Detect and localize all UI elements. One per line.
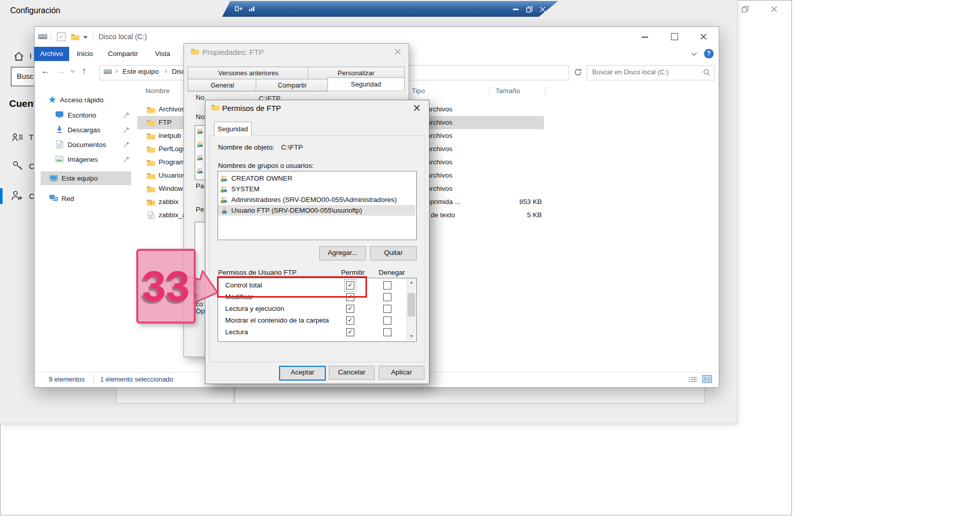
toolbar-restore-button[interactable] (526, 6, 533, 13)
settings-nav-home-label[interactable]: I (29, 51, 32, 60)
properties-dialog-title: Propiedades: FTP (202, 48, 264, 56)
sidebar-item-imagenes[interactable]: Imágenes (41, 154, 132, 166)
search-input[interactable] (591, 68, 700, 76)
deny-checkbox-lectura[interactable] (383, 328, 391, 336)
sidebar-item-escritorio[interactable]: Escritorio (41, 109, 132, 122)
scrollbar-thumb[interactable] (408, 293, 415, 316)
column-separator[interactable] (545, 85, 545, 97)
apply-button[interactable]: Aplicar (379, 366, 424, 380)
file-size-cell[interactable]: 853 KB (508, 198, 542, 206)
deny-checkbox-mostrar-contenido[interactable] (383, 316, 391, 325)
details-view-icon[interactable] (688, 376, 697, 383)
explorer-close-button[interactable] (696, 31, 710, 43)
group-name: CREATOR OWNER (231, 175, 292, 182)
search-box[interactable] (587, 65, 715, 80)
settings-search-value: Busc (17, 72, 34, 80)
ribbon-tab-compartir[interactable]: Compartir (100, 47, 146, 61)
settings-title: Configuración (10, 6, 60, 15)
home-icon[interactable] (13, 50, 24, 62)
allow-checkbox-lectura-ejecucion[interactable]: ✓ (346, 305, 354, 313)
column-header-nombre[interactable]: Nombre (145, 87, 170, 95)
group-name: SYSTEM (231, 185, 260, 193)
file-name: Window (159, 185, 183, 192)
list-item[interactable]: CREATOR OWNER (218, 173, 415, 184)
caret-down-icon[interactable] (83, 36, 87, 39)
forward-button[interactable]: → (56, 66, 65, 76)
sidebar-item-label: Imágenes (68, 156, 98, 163)
sidebar-item-este-equipo[interactable]: Este equipo (41, 171, 131, 185)
deny-checkbox-modificar[interactable] (383, 293, 391, 301)
file-size-cell[interactable]: 5 KB (508, 211, 542, 219)
ribbon-tab-vista[interactable]: Vista (147, 47, 178, 61)
column-header-tamano[interactable]: Tamaño (496, 87, 520, 95)
checkmark-icon[interactable]: ✓ (57, 33, 66, 41)
tab-seguridad[interactable]: Seguridad (327, 77, 405, 91)
text-file-icon (147, 211, 155, 219)
close-icon[interactable] (413, 104, 420, 111)
tab-general[interactable]: General (188, 79, 257, 92)
add-button[interactable]: Agregar... (319, 246, 366, 260)
signal-bars-icon (249, 6, 256, 12)
sidebar-item-descargas[interactable]: Descargas (41, 124, 132, 136)
outer-restore-button[interactable] (742, 6, 753, 16)
key-icon[interactable] (12, 160, 23, 171)
object-name-value: C:\FTP (281, 143, 303, 151)
sidebar-item-acceso-rapido[interactable]: Acceso rápido (41, 94, 132, 106)
toolbar-minimize-button[interactable] (513, 9, 518, 10)
toolbar-close-button[interactable] (539, 6, 546, 13)
help-icon[interactable]: ? (704, 49, 714, 59)
deny-checkbox-control-total[interactable] (383, 281, 391, 289)
user-card-icon[interactable] (12, 132, 23, 142)
folder-icon[interactable] (71, 33, 80, 41)
settings-nav-item-label[interactable]: T (29, 133, 34, 141)
user-plus-icon[interactable] (11, 190, 23, 201)
close-icon[interactable] (394, 48, 401, 55)
allow-checkbox-mostrar-contenido[interactable]: ✓ (346, 316, 354, 325)
properties-title-bar[interactable]: Propiedades: FTP (184, 44, 408, 59)
recent-locations-icon[interactable] (70, 70, 75, 73)
outer-close-button[interactable] (771, 6, 782, 16)
explorer-maximize-button[interactable] (667, 31, 681, 43)
scrollbar[interactable]: ▲ ▼ (407, 278, 416, 340)
search-icon[interactable] (703, 69, 711, 76)
tab-seguridad-permisos[interactable]: Seguridad (214, 122, 252, 136)
folder-icon (146, 119, 156, 127)
remove-button[interactable]: Quitar (370, 246, 417, 260)
scroll-down-icon[interactable]: ▼ (407, 332, 416, 340)
permissions-title-bar[interactable]: Permisos de FTP (205, 100, 428, 115)
breadcrumb-item[interactable]: Este equipo (122, 68, 159, 75)
ribbon-tab-inicio[interactable]: Inicio (71, 47, 99, 61)
group-name: Usuario FTP (SRV-DEMO00-055\usurioftp) (231, 207, 362, 214)
user-icon (221, 206, 228, 214)
group-icon (197, 154, 203, 161)
scroll-up-icon[interactable]: ▲ (407, 278, 416, 286)
settings-selected-indicator (0, 188, 3, 204)
remote-toolbar (222, 1, 558, 17)
column-separator[interactable] (489, 85, 489, 97)
thumbnails-view-icon[interactable] (702, 375, 712, 383)
dock-icon[interactable] (235, 5, 243, 12)
status-selection-count: 1 elemento seleccionado (100, 375, 173, 383)
folder-icon (146, 172, 156, 180)
explorer-minimize-button[interactable] (638, 31, 651, 43)
list-item-selected[interactable]: Usuario FTP (SRV-DEMO00-055\usurioftp) (218, 205, 415, 216)
refresh-icon[interactable] (574, 68, 582, 76)
deny-checkbox-lectura-ejecucion[interactable] (383, 305, 391, 313)
allow-checkbox-lectura[interactable]: ✓ (346, 328, 354, 336)
file-name: inetpub (159, 132, 181, 139)
back-button[interactable]: ← (41, 66, 50, 76)
tab-compartir[interactable]: Compartir (256, 79, 329, 92)
tab-versiones-anteriores[interactable]: Versiones anteriores (188, 67, 309, 79)
cancel-button[interactable]: Cancelar (329, 366, 375, 380)
ribbon-expand-icon[interactable] (691, 52, 697, 56)
sidebar-item-red[interactable]: Red (41, 193, 131, 205)
sidebar-item-documentos[interactable]: Documentos (41, 139, 132, 151)
folder-icon (191, 48, 199, 55)
groups-list-label: Nombres de grupos o usuarios: (218, 162, 314, 169)
up-button[interactable]: ↑ (82, 66, 86, 76)
list-item[interactable]: Administradores (SRV-DEMO00-055\Administ… (218, 194, 415, 205)
ribbon-tab-archivo[interactable]: Archivo (34, 47, 69, 61)
ok-button[interactable]: Aceptar (279, 366, 326, 381)
column-header-tipo[interactable]: Tipo (412, 87, 425, 95)
list-item[interactable]: SYSTEM (218, 184, 415, 194)
